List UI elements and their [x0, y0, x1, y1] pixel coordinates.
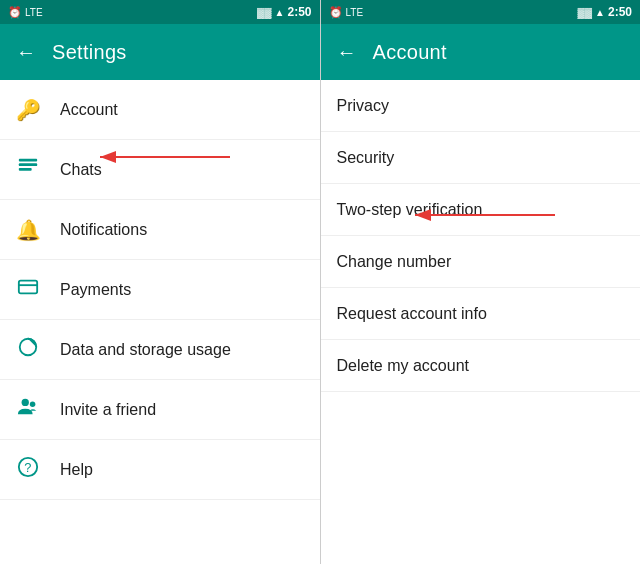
menu-item-invite[interactable]: Invite a friend — [0, 380, 320, 440]
account-item-privacy[interactable]: Privacy — [321, 80, 641, 132]
right-network-icon: LTE — [346, 7, 364, 18]
right-status-left: ⏰ LTE — [329, 6, 364, 19]
settings-back-button[interactable]: ← — [16, 41, 36, 64]
svg-rect-0 — [19, 159, 37, 162]
signal-icon: ▓▓ — [257, 7, 272, 18]
svg-rect-2 — [19, 168, 32, 171]
account-label: Account — [60, 101, 118, 119]
account-app-bar: ← Account — [321, 24, 641, 80]
invite-label: Invite a friend — [60, 401, 156, 419]
account-item-delete[interactable]: Delete my account — [321, 340, 641, 392]
svg-rect-3 — [19, 281, 37, 294]
menu-item-account[interactable]: 🔑 Account — [0, 80, 320, 140]
security-label: Security — [337, 149, 395, 167]
menu-item-data-storage[interactable]: Data and storage usage — [0, 320, 320, 380]
svg-point-6 — [22, 399, 29, 406]
right-time: 2:50 — [608, 5, 632, 19]
chats-label: Chats — [60, 161, 102, 179]
account-icon: 🔑 — [16, 98, 40, 122]
account-menu-list: Privacy Security Two-step verification C… — [321, 80, 641, 564]
account-item-security[interactable]: Security — [321, 132, 641, 184]
privacy-label: Privacy — [337, 97, 389, 115]
help-icon: ? — [16, 456, 40, 483]
notifications-label: Notifications — [60, 221, 147, 239]
notifications-icon: 🔔 — [16, 218, 40, 242]
app-wrapper: ⏰ LTE ▓▓ ▲ 2:50 ← Settings 🔑 Account — [0, 0, 640, 564]
svg-text:?: ? — [24, 460, 31, 475]
request-info-label: Request account info — [337, 305, 487, 323]
menu-item-notifications[interactable]: 🔔 Notifications — [0, 200, 320, 260]
account-back-button[interactable]: ← — [337, 41, 357, 64]
right-wifi-icon: ▲ — [595, 7, 605, 18]
right-alarm-icon: ⏰ — [329, 6, 343, 19]
menu-item-payments[interactable]: Payments — [0, 260, 320, 320]
settings-panel: ⏰ LTE ▓▓ ▲ 2:50 ← Settings 🔑 Account — [0, 0, 320, 564]
data-storage-label: Data and storage usage — [60, 341, 231, 359]
menu-item-help[interactable]: ? Help — [0, 440, 320, 500]
left-status-left: ⏰ LTE — [8, 6, 43, 19]
delete-account-label: Delete my account — [337, 357, 470, 375]
alarm-icon: ⏰ — [8, 6, 22, 19]
settings-app-bar: ← Settings — [0, 24, 320, 80]
svg-rect-1 — [19, 163, 37, 166]
payments-label: Payments — [60, 281, 131, 299]
help-label: Help — [60, 461, 93, 479]
two-step-label: Two-step verification — [337, 201, 483, 219]
chats-icon — [16, 156, 40, 183]
settings-title: Settings — [52, 41, 127, 64]
right-signal-icon: ▓▓ — [577, 7, 592, 18]
network-type-icon: LTE — [25, 7, 43, 18]
account-item-request-info[interactable]: Request account info — [321, 288, 641, 340]
left-time: 2:50 — [287, 5, 311, 19]
account-panel: ⏰ LTE ▓▓ ▲ 2:50 ← Account Privacy Securi… — [321, 0, 641, 564]
right-status-right: ▓▓ ▲ 2:50 — [577, 5, 632, 19]
left-status-right: ▓▓ ▲ 2:50 — [257, 5, 312, 19]
data-storage-icon — [16, 336, 40, 363]
left-status-bar: ⏰ LTE ▓▓ ▲ 2:50 — [0, 0, 320, 24]
menu-item-chats[interactable]: Chats — [0, 140, 320, 200]
account-item-change-number[interactable]: Change number — [321, 236, 641, 288]
payments-icon — [16, 276, 40, 303]
change-number-label: Change number — [337, 253, 452, 271]
account-item-two-step[interactable]: Two-step verification — [321, 184, 641, 236]
settings-menu-list: 🔑 Account Chats 🔔 Notifications — [0, 80, 320, 564]
right-status-bar: ⏰ LTE ▓▓ ▲ 2:50 — [321, 0, 641, 24]
wifi-icon: ▲ — [275, 7, 285, 18]
invite-icon — [16, 396, 40, 423]
svg-point-7 — [30, 402, 36, 408]
account-title: Account — [373, 41, 447, 64]
